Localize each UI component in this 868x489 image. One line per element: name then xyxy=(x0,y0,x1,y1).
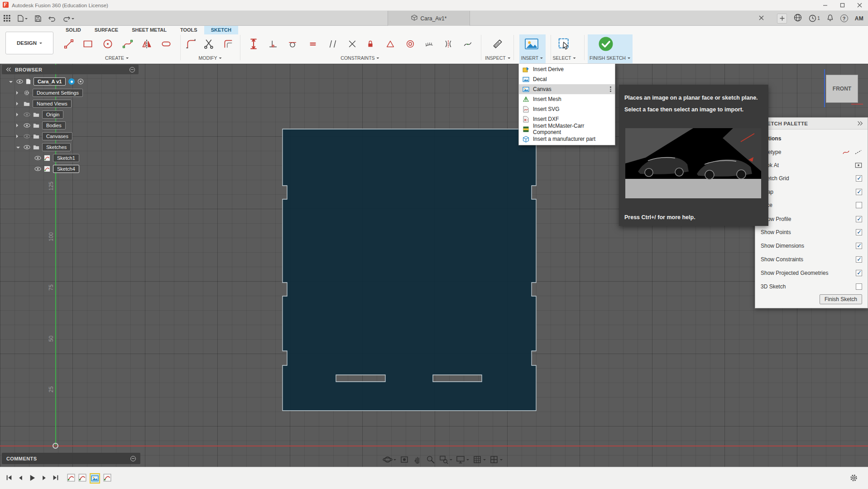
finish-sketch-label[interactable]: FINISH SKETCH xyxy=(590,55,630,61)
browser-row-document-settings[interactable]: Document Settings xyxy=(16,88,83,97)
parallel-constraint-icon[interactable] xyxy=(326,36,340,52)
show-profile-checkbox[interactable] xyxy=(856,216,862,222)
expand-arrow-icon[interactable] xyxy=(9,81,13,85)
browser-row-origin[interactable]: Origin xyxy=(16,110,63,119)
document-tab[interactable]: Cara_Av1* xyxy=(388,11,470,26)
tab-solid[interactable]: SOLID xyxy=(59,26,88,34)
visibility-eye-icon[interactable] xyxy=(24,123,30,128)
expand-arrow-icon[interactable] xyxy=(16,113,20,116)
notifications-bell-icon[interactable] xyxy=(827,14,834,23)
visibility-eye-icon[interactable] xyxy=(34,156,41,160)
show-points-checkbox[interactable] xyxy=(856,229,862,235)
browser-row-sketch1[interactable]: Sketch1 xyxy=(34,153,79,163)
step-forward-button[interactable] xyxy=(41,475,48,483)
skip-to-end-button[interactable] xyxy=(52,474,59,483)
save-button[interactable] xyxy=(35,15,41,22)
app-grid-icon[interactable] xyxy=(4,15,10,22)
expand-arrow-icon[interactable] xyxy=(16,91,20,95)
create-group-label[interactable]: CREATE xyxy=(105,55,129,61)
file-menu-button[interactable] xyxy=(18,15,28,22)
zoom-icon[interactable] xyxy=(426,455,436,465)
curvature-constraint-icon[interactable] xyxy=(422,36,436,52)
select-group-label[interactable]: SELECT xyxy=(553,55,576,61)
expand-panel-icon[interactable] xyxy=(857,121,863,126)
show-dimensions-checkbox[interactable] xyxy=(856,243,862,249)
pan-icon[interactable] xyxy=(412,455,422,465)
timeline-item-sketch[interactable] xyxy=(67,474,75,483)
browser-row-sketches[interactable]: Sketches xyxy=(16,143,71,152)
view-cube[interactable]: FRONT xyxy=(826,75,858,103)
visibility-eye-icon[interactable] xyxy=(24,112,30,117)
finish-sketch-icon[interactable] xyxy=(596,35,616,53)
collapse-icon[interactable] xyxy=(130,456,136,461)
browser-root-label[interactable]: Cara_A v1 xyxy=(34,77,66,86)
menu-item-insert-derive[interactable]: Insert Derive xyxy=(519,64,615,74)
3d-sketch-checkbox[interactable] xyxy=(856,283,862,290)
look-at-icon[interactable] xyxy=(399,455,409,465)
redo-button[interactable] xyxy=(63,15,74,22)
expand-arrow-icon[interactable] xyxy=(16,134,20,138)
expand-arrow-icon[interactable] xyxy=(16,102,20,105)
construction-linetype-icon[interactable] xyxy=(854,149,862,155)
browser-item-label[interactable]: Document Settings xyxy=(33,89,83,97)
close-button[interactable] xyxy=(851,0,868,10)
modify-group-label[interactable]: MODIFY xyxy=(199,55,222,61)
browser-root-row[interactable]: Cara_A v1 xyxy=(9,77,84,86)
browser-item-label[interactable]: Sketches xyxy=(42,143,71,151)
timeline-settings-gear-icon[interactable] xyxy=(849,474,858,484)
show-constraints-checkbox[interactable] xyxy=(856,256,862,263)
mirror-tool-icon[interactable] xyxy=(140,36,153,52)
play-button[interactable] xyxy=(29,474,36,483)
menu-item-options-icon[interactable] xyxy=(610,86,611,92)
tab-sketch[interactable]: SKETCH xyxy=(204,26,238,34)
measure-tool-icon[interactable] xyxy=(491,36,504,52)
design-dropdown[interactable]: DESIGN xyxy=(5,32,53,54)
fix-lock-icon[interactable] xyxy=(364,36,377,52)
polygon-constraint-icon[interactable] xyxy=(384,36,397,52)
comments-bar[interactable]: COMMENTS xyxy=(2,453,140,464)
visibility-eye-icon[interactable] xyxy=(16,79,23,84)
sketch-palette-header[interactable]: SKETCH PALETTE xyxy=(755,118,868,129)
expand-arrow-icon[interactable] xyxy=(16,124,20,127)
perpendicular-constraint-icon[interactable] xyxy=(266,36,280,52)
visibility-eye-icon[interactable] xyxy=(34,167,41,171)
menu-item-decal[interactable]: Decal xyxy=(519,74,615,84)
menu-item-insert-mesh[interactable]: Insert Mesh xyxy=(519,94,615,104)
job-status-clock-icon[interactable]: 1 xyxy=(809,14,820,22)
fillet-tool-icon[interactable] xyxy=(184,36,198,52)
insert-group-label[interactable]: INSERT xyxy=(521,55,543,61)
browser-row-named-views[interactable]: Named Views xyxy=(16,99,72,108)
show-projected-checkbox[interactable] xyxy=(856,270,862,276)
browser-row-canvases[interactable]: Canvases xyxy=(16,132,72,141)
timeline-item-sketch[interactable] xyxy=(78,474,86,483)
menu-item-canvas[interactable]: Canvas xyxy=(519,84,615,94)
browser-item-label[interactable]: Bodies xyxy=(42,121,66,129)
browser-header[interactable]: BROWSER xyxy=(2,65,139,74)
extensions-globe-icon[interactable] xyxy=(794,14,802,23)
browser-item-label[interactable]: Named Views xyxy=(33,100,72,108)
select-tool-icon[interactable] xyxy=(554,35,574,53)
constraints-group-label[interactable]: CONSTRAINTS xyxy=(340,55,379,61)
viewports-icon[interactable] xyxy=(489,455,503,465)
rectangle-tool-icon[interactable] xyxy=(81,36,95,52)
undo-button[interactable] xyxy=(48,15,56,22)
display-settings-icon[interactable] xyxy=(456,455,469,465)
step-back-button[interactable] xyxy=(17,475,24,483)
browser-row-sketch4[interactable]: Sketch4 xyxy=(34,164,79,173)
browser-item-label[interactable]: Origin xyxy=(42,110,63,119)
spline-tool-icon[interactable] xyxy=(121,36,134,52)
insert-canvas-icon[interactable] xyxy=(522,35,542,53)
slice-checkbox[interactable] xyxy=(856,202,862,208)
collapse-icon[interactable] xyxy=(129,67,135,72)
expand-arrow-icon[interactable] xyxy=(16,147,20,150)
help-icon[interactable]: ? xyxy=(840,14,848,22)
minimize-button[interactable] xyxy=(816,0,834,10)
maximize-button[interactable] xyxy=(834,0,851,10)
browser-item-label[interactable]: Canvases xyxy=(42,132,72,140)
tangent-constraint-icon[interactable] xyxy=(286,36,299,52)
slot-tool-icon[interactable] xyxy=(159,36,173,52)
orbit-icon[interactable] xyxy=(383,455,396,465)
skip-to-start-button[interactable] xyxy=(5,474,13,483)
collapse-panel-icon[interactable] xyxy=(5,67,11,72)
smooth-constraint-icon[interactable] xyxy=(461,36,475,52)
